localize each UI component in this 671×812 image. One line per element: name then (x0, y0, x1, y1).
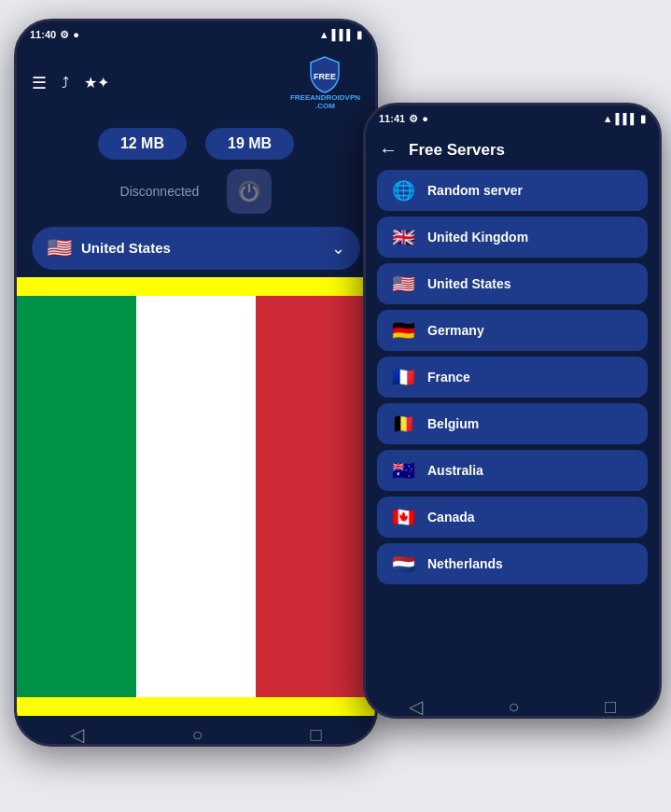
server-name-uk: United Kingdom (427, 230, 528, 245)
country-flag: 🇺🇸 (47, 236, 72, 260)
server-flag-uk: 🇬🇧 (390, 226, 416, 248)
phone1-toolbar: ☰ ⤴ ★✦ FREE FREEANDROIDVPN .COM (17, 48, 375, 119)
share-icon[interactable]: ⤴ (62, 75, 69, 91)
server-item-fr[interactable]: 🇫🇷 France (377, 357, 648, 398)
home-nav-button[interactable]: ○ (191, 724, 203, 746)
p2-recent-nav-button[interactable]: □ (605, 696, 616, 718)
phone2-wifi-icon: ▲ (603, 113, 613, 124)
logo-shield-icon: FREE (307, 55, 342, 94)
phone2-battery-icon: ▮ (640, 113, 646, 125)
flag-green-stripe (17, 296, 136, 697)
download-stat: 19 MB (205, 128, 294, 160)
phone1-signal-icon: ▌▌▌ (332, 29, 354, 40)
server-flag-de: 🇩🇪 (390, 319, 416, 342)
connection-row: Disconnected (17, 163, 375, 219)
server-name-fr: France (427, 370, 470, 385)
p2-status-left: 11:41 ⚙ ● (379, 113, 428, 125)
power-icon (236, 178, 262, 204)
country-name: United States (81, 240, 322, 256)
phone1-time: 11:40 (30, 29, 56, 40)
server-item-uk[interactable]: 🇬🇧 United Kingdom (377, 217, 648, 258)
server-name-nl: Netherlands (427, 556, 503, 571)
server-flag-us: 🇺🇸 (390, 273, 416, 295)
connection-status: Disconnected (120, 184, 200, 199)
server-item-random[interactable]: 🌐 Random server (377, 170, 648, 211)
recent-nav-button[interactable]: □ (310, 724, 321, 746)
phone2-bottom-nav: ◁ ○ □ (366, 688, 659, 719)
logo-text-line2: .COM (290, 103, 360, 111)
chevron-down-icon: ⌄ (331, 238, 345, 259)
server-list-title: Free Servers (409, 141, 505, 160)
phone1-bottom-nav: ◁ ○ □ (17, 716, 375, 747)
flag-display (17, 277, 375, 716)
svg-text:FREE: FREE (314, 72, 336, 81)
server-flag-ca: 🇨🇦 (390, 506, 416, 528)
server-item-be[interactable]: 🇧🇪 Belgium (377, 403, 648, 444)
flag-white-stripe (136, 296, 256, 697)
server-name-de: Germany (427, 323, 484, 338)
server-flag-nl: 🇳🇱 (390, 553, 416, 575)
phone2-time: 11:41 (379, 113, 405, 124)
flag-yellow-bar-top (17, 277, 375, 296)
server-name-au: Australia (427, 463, 483, 478)
server-item-us[interactable]: 🇺🇸 United States (377, 263, 648, 304)
phone2-status-bar: 11:41 ⚙ ● ▲ ▌▌▌ ▮ (366, 105, 659, 132)
power-button[interactable] (227, 169, 272, 214)
phone2-location-dot: ● (422, 113, 428, 124)
server-flag-be: 🇧🇪 (390, 413, 416, 435)
flag-body (17, 296, 375, 697)
flag-yellow-bar-bottom (17, 697, 375, 716)
phone1-status-bar: 11:40 ⚙ ● ▲ ▌▌▌ ▮ (17, 21, 375, 48)
server-name-be: Belgium (427, 416, 479, 431)
back-arrow-button[interactable]: ← (379, 139, 398, 161)
p2-status-right: ▲ ▌▌▌ ▮ (603, 113, 646, 125)
server-name-us: United States (427, 276, 510, 291)
logo-area: FREE FREEANDROIDVPN .COM (290, 55, 360, 111)
data-stats-row: 12 MB 19 MB (17, 119, 375, 163)
server-item-de[interactable]: 🇩🇪 Germany (377, 310, 648, 351)
upload-stat: 12 MB (98, 128, 187, 160)
phone2: 11:41 ⚙ ● ▲ ▌▌▌ ▮ ← Free Servers 🌐 Rando (363, 103, 662, 719)
server-name-ca: Canada (427, 510, 475, 525)
status-right: ▲ ▌▌▌ ▮ (319, 29, 362, 41)
server-flag-fr: 🇫🇷 (390, 366, 416, 388)
phone1: 11:40 ⚙ ● ▲ ▌▌▌ ▮ ☰ ⤴ ★✦ FREE (14, 19, 378, 747)
phone2-settings-icon: ⚙ (409, 113, 418, 125)
p2-home-nav-button[interactable]: ○ (508, 696, 519, 718)
flag-red-stripe (256, 296, 375, 697)
phone2-main-content: ← Free Servers 🌐 Random server 🇬🇧 United… (366, 132, 659, 688)
phone1-wifi-icon: ▲ (319, 29, 329, 40)
phones-container: 11:40 ⚙ ● ▲ ▌▌▌ ▮ ☰ ⤴ ★✦ FREE (0, 0, 671, 812)
server-item-au[interactable]: 🇦🇺 Australia (377, 450, 648, 491)
server-flag-au: 🇦🇺 (390, 459, 416, 482)
phone1-settings-icon: ⚙ (60, 29, 69, 41)
server-flag-random: 🌐 (390, 179, 416, 202)
back-nav-button[interactable]: ◁ (70, 723, 84, 746)
server-list: 🌐 Random server 🇬🇧 United Kingdom 🇺🇸 Uni… (366, 166, 659, 688)
server-name-random: Random server (427, 183, 523, 198)
server-item-nl[interactable]: 🇳🇱 Netherlands (377, 543, 648, 584)
p2-back-nav-button[interactable]: ◁ (409, 695, 423, 718)
phone2-signal-icon: ▌▌▌ (616, 113, 637, 124)
phone1-location-dot: ● (73, 29, 79, 40)
phone1-main-content: ☰ ⤴ ★✦ FREE FREEANDROIDVPN .COM (17, 48, 375, 716)
phone1-battery-icon: ▮ (356, 29, 362, 41)
server-list-header: ← Free Servers (366, 132, 659, 166)
country-selector[interactable]: 🇺🇸 United States ⌄ (32, 227, 360, 270)
status-left: 11:40 ⚙ ● (30, 29, 79, 41)
server-item-ca[interactable]: 🇨🇦 Canada (377, 497, 648, 538)
rating-icon[interactable]: ★✦ (84, 74, 109, 91)
menu-icon[interactable]: ☰ (32, 73, 47, 93)
